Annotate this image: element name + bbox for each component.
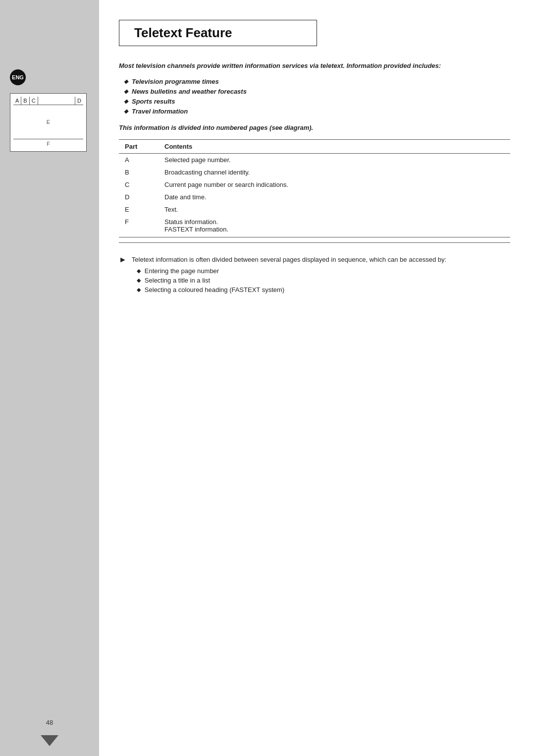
sub-list-item-text: Entering the page number bbox=[145, 267, 219, 275]
list-item-text: News bulletins and weather forecasts bbox=[132, 88, 247, 95]
sidebar-arrow-icon bbox=[41, 735, 58, 746]
eng-badge: ENG bbox=[10, 69, 26, 85]
tv-label-c: C bbox=[30, 97, 38, 105]
table-cell-contents: Status information.FASTEXT information. bbox=[159, 216, 510, 237]
sub-list-item: Selecting a coloured heading (FASTEXT sy… bbox=[137, 286, 446, 293]
tv-label-b: B bbox=[21, 97, 29, 105]
title-box: Teletext Feature bbox=[119, 20, 317, 46]
table-footer-row bbox=[119, 237, 510, 242]
table-cell-part: F bbox=[119, 216, 159, 237]
tv-bottom-bar: F bbox=[13, 139, 83, 148]
arrow-note-body: Teletext information is often divided be… bbox=[132, 255, 446, 296]
list-item: Television programme times bbox=[124, 78, 510, 85]
tv-middle: E bbox=[13, 107, 83, 137]
table-cell-contents: Text. bbox=[159, 203, 510, 216]
table-cell-contents: Current page number or search indication… bbox=[159, 178, 510, 191]
table-header-contents: Contents bbox=[159, 139, 510, 153]
arrow-note: ► Teletext information is often divided … bbox=[119, 255, 510, 296]
table-cell-contents: Date and time. bbox=[159, 191, 510, 203]
table-footer-cell bbox=[119, 237, 510, 242]
tv-top-bar: A B C D bbox=[13, 97, 83, 105]
list-item: Sports results bbox=[124, 98, 510, 105]
table-cell-part: B bbox=[119, 166, 159, 178]
table-cell-part: D bbox=[119, 191, 159, 203]
table-row: E Text. bbox=[119, 203, 510, 216]
table-row: F Status information.FASTEXT information… bbox=[119, 216, 510, 237]
info-table: Part Contents A Selected page number. B … bbox=[119, 139, 510, 243]
list-item: Travel information bbox=[124, 108, 510, 115]
arrow-note-text: Teletext information is often divided be… bbox=[132, 255, 446, 265]
table-cell-contents: Selected page number. bbox=[159, 153, 510, 166]
tv-label-d: D bbox=[75, 97, 83, 105]
sub-list-item: Selecting a title in a list bbox=[137, 277, 446, 284]
main-content: Teletext Feature Most television channel… bbox=[99, 0, 535, 756]
table-row: A Selected page number. bbox=[119, 153, 510, 166]
bullet-list: Television programme times News bulletin… bbox=[119, 78, 510, 115]
sidebar: ENG A B C D E F 48 bbox=[0, 0, 99, 756]
eng-label: ENG bbox=[12, 74, 24, 80]
tv-diagram: A B C D E F bbox=[10, 93, 87, 152]
sub-list-item: Entering the page number bbox=[137, 267, 446, 275]
tv-label-e: E bbox=[47, 119, 50, 125]
tv-label-a: A bbox=[13, 97, 21, 105]
list-item-text: Travel information bbox=[132, 108, 188, 115]
sub-bullet-list: Entering the page number Selecting a tit… bbox=[132, 267, 446, 293]
page-title: Teletext Feature bbox=[134, 25, 232, 40]
tv-label-f: F bbox=[47, 141, 50, 147]
list-item-text: Sports results bbox=[132, 98, 175, 105]
arrow-right-icon: ► bbox=[119, 255, 127, 264]
table-row: D Date and time. bbox=[119, 191, 510, 203]
tv-spacer bbox=[38, 97, 75, 105]
list-item: News bulletins and weather forecasts bbox=[124, 88, 510, 95]
table-cell-contents: Broadcasting channel identity. bbox=[159, 166, 510, 178]
sub-list-item-text: Selecting a coloured heading (FASTEXT sy… bbox=[145, 286, 284, 293]
list-item-text: Television programme times bbox=[132, 78, 219, 85]
intro-text: Most television channels provide written… bbox=[119, 61, 510, 71]
page-number: 48 bbox=[46, 719, 53, 726]
diagram-note: This information is divided into numbere… bbox=[119, 124, 510, 131]
table-cell-part: A bbox=[119, 153, 159, 166]
table-cell-part: E bbox=[119, 203, 159, 216]
table-row: B Broadcasting channel identity. bbox=[119, 166, 510, 178]
table-row: C Current page number or search indicati… bbox=[119, 178, 510, 191]
sub-list-item-text: Selecting a title in a list bbox=[145, 277, 210, 284]
table-header-part: Part bbox=[119, 139, 159, 153]
table-cell-part: C bbox=[119, 178, 159, 191]
page-wrapper: ENG A B C D E F 48 bbox=[0, 0, 535, 756]
